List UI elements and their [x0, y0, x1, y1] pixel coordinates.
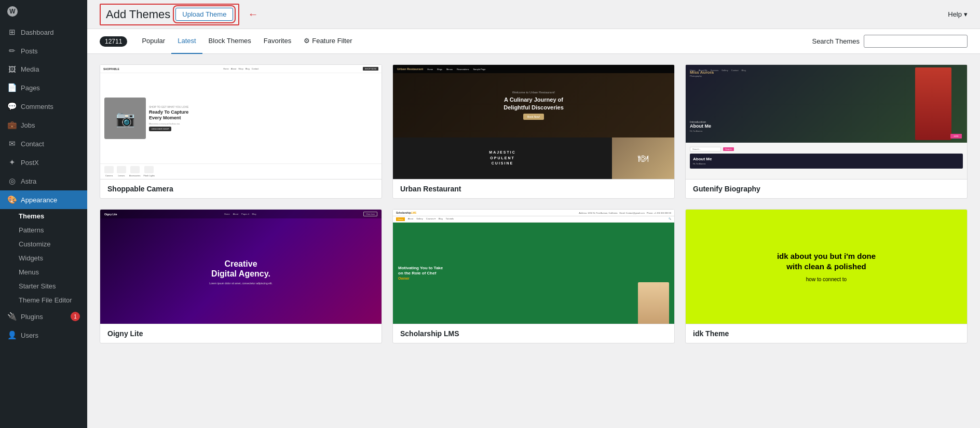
sidebar-item-label: Contact	[21, 140, 44, 148]
theme-card-gutenify-biography[interactable]: HomeAbout MeServicesGalleryContactBlog M…	[685, 64, 968, 199]
sidebar-item-appearance[interactable]: 🎨 Appearance	[0, 190, 87, 209]
sidebar-item-contact[interactable]: ✉ Contact	[0, 134, 87, 153]
theme-card-oigny-lite[interactable]: Oigny Lite HomeAboutPages ▾Blog Chat Liv…	[100, 209, 382, 343]
sidebar: W ⊞ Dashboard ✏ Posts 🖼 Media 📄 Pages 💬 …	[0, 0, 87, 428]
appearance-icon: 🎨	[7, 195, 17, 204]
theme-name-lime: idk Theme	[686, 324, 967, 343]
sidebar-item-label: PostX	[21, 159, 39, 167]
camera-preview-img: 📷	[104, 98, 146, 139]
posts-icon: ✏	[7, 46, 17, 56]
theme-name-biography: Gutenify Biography	[686, 179, 967, 198]
annotation-arrow: ←	[248, 8, 258, 20]
theme-preview-lime: idk about you but i'm donewith clean & p…	[686, 210, 967, 324]
theme-name-scholarship: Scholarship LMS	[393, 324, 674, 343]
sidebar-item-label: Comments	[21, 103, 53, 111]
theme-preview-creative: Oigny Lite HomeAboutPages ▾Blog Chat Liv…	[100, 210, 382, 324]
themes-grid: SHOPPABLE HomeAboutShopBlogContact SHOP …	[100, 64, 968, 343]
sidebar-item-comments[interactable]: 💬 Comments	[0, 97, 87, 116]
plugins-icon: 🔌	[7, 312, 17, 321]
sidebar-logo[interactable]: W	[0, 0, 87, 23]
sidebar-submenu-appearance: Themes Patterns Customize Widgets Menus …	[0, 209, 87, 307]
search-label: Search Themes	[812, 37, 860, 45]
sidebar-item-label: Pages	[21, 84, 40, 92]
theme-name-shoppable: Shoppable Camera	[100, 179, 382, 198]
themes-count-badge: 12711	[100, 36, 127, 47]
sidebar-item-label: Posts	[21, 47, 38, 55]
sidebar-item-label: Dashboard	[21, 29, 54, 36]
theme-preview-scholarship: ScholarshipLMS Address: 1234 St, First A…	[393, 210, 674, 324]
sidebar-item-pages[interactable]: 📄 Pages	[0, 78, 87, 97]
contact-icon: ✉	[7, 139, 17, 148]
theme-preview-biography: HomeAbout MeServicesGalleryContactBlog M…	[686, 65, 967, 179]
topbar-left: Add Themes Upload Theme ←	[100, 4, 258, 25]
main-content: Add Themes Upload Theme ← Help ▾ 12711 P…	[87, 0, 980, 428]
tab-feature-filter[interactable]: ⚙ Feature Filter	[297, 29, 358, 54]
search-input[interactable]	[864, 35, 968, 48]
tab-block-themes[interactable]: Block Themes	[202, 29, 257, 54]
theme-preview-shoppable: SHOPPABLE HomeAboutShopBlogContact SHOP …	[100, 65, 382, 179]
users-icon: 👤	[7, 330, 17, 340]
lime-sub-text: how to connect to	[806, 277, 847, 282]
wordpress-icon: W	[7, 6, 18, 17]
sidebar-sub-customize[interactable]: Customize	[0, 237, 87, 251]
sidebar-item-plugins[interactable]: 🔌 Plugins 1	[0, 307, 87, 326]
sidebar-item-postx[interactable]: ✦ PostX	[0, 153, 87, 172]
sidebar-item-label: Appearance	[21, 196, 57, 204]
sidebar-item-label: Plugins	[21, 313, 43, 321]
jobs-icon: 💼	[7, 120, 17, 130]
topbar: Add Themes Upload Theme ← Help ▾	[87, 0, 980, 29]
chevron-down-icon: ▾	[964, 10, 968, 18]
page-title: Add Themes	[106, 8, 170, 21]
gear-icon: ⚙	[304, 37, 310, 45]
sidebar-item-posts[interactable]: ✏ Posts	[0, 42, 87, 60]
sidebar-item-label: Astra	[21, 177, 36, 185]
add-themes-container: Add Themes Upload Theme	[100, 4, 239, 25]
theme-card-urban-restaurant[interactable]: Urban Restaurant HomeBlogsMenusReservati…	[392, 64, 675, 199]
dashboard-icon: ⊞	[7, 27, 17, 37]
sidebar-item-label: Jobs	[21, 121, 35, 129]
sidebar-sub-widgets[interactable]: Widgets	[0, 251, 87, 265]
upload-theme-button[interactable]: Upload Theme	[175, 8, 233, 21]
postx-icon: ✦	[7, 158, 17, 167]
sidebar-sub-patterns[interactable]: Patterns	[0, 223, 87, 237]
theme-card-scholarship-lms[interactable]: ScholarshipLMS Address: 1234 St, First A…	[392, 209, 675, 343]
tab-favorites[interactable]: Favorites	[257, 29, 297, 54]
astra-icon: ◎	[7, 176, 17, 186]
comments-icon: 💬	[7, 102, 17, 111]
tab-popular[interactable]: Popular	[135, 29, 171, 54]
sidebar-item-label: Users	[21, 332, 38, 339]
help-button[interactable]: Help ▾	[948, 10, 968, 18]
pages-icon: 📄	[7, 83, 17, 92]
sidebar-item-jobs[interactable]: 💼 Jobs	[0, 116, 87, 134]
sidebar-sub-theme-file-editor[interactable]: Theme File Editor	[0, 293, 87, 307]
tab-latest[interactable]: Latest	[171, 29, 202, 54]
sidebar-item-label: Media	[21, 65, 39, 73]
themes-content: SHOPPABLE HomeAboutShopBlogContact SHOP …	[87, 54, 980, 428]
sidebar-item-dashboard[interactable]: ⊞ Dashboard	[0, 23, 87, 42]
sidebar-item-astra[interactable]: ◎ Astra	[0, 172, 87, 190]
sidebar-sub-starter-sites[interactable]: Starter Sites	[0, 279, 87, 293]
filterbar: 12711 Popular Latest Block Themes Favori…	[87, 29, 980, 54]
plugins-badge: 1	[71, 312, 80, 321]
sidebar-item-users[interactable]: 👤 Users	[0, 326, 87, 344]
theme-preview-urban: Urban Restaurant HomeBlogsMenusReservati…	[393, 65, 674, 179]
theme-card-lime[interactable]: idk about you but i'm donewith clean & p…	[685, 209, 968, 343]
media-icon: 🖼	[7, 65, 17, 74]
lime-hero-text: idk about you but i'm donewith clean & p…	[777, 251, 876, 271]
theme-card-shoppable-camera[interactable]: SHOPPABLE HomeAboutShopBlogContact SHOP …	[100, 64, 382, 199]
sidebar-sub-menus[interactable]: Menus	[0, 265, 87, 279]
search-wrap: Search Themes	[812, 35, 968, 48]
theme-name-oigny: Oigny Lite	[100, 324, 382, 343]
sidebar-item-media[interactable]: 🖼 Media	[0, 60, 87, 78]
theme-name-urban: Urban Restaurant	[393, 179, 674, 198]
sidebar-sub-themes[interactable]: Themes	[0, 209, 87, 223]
